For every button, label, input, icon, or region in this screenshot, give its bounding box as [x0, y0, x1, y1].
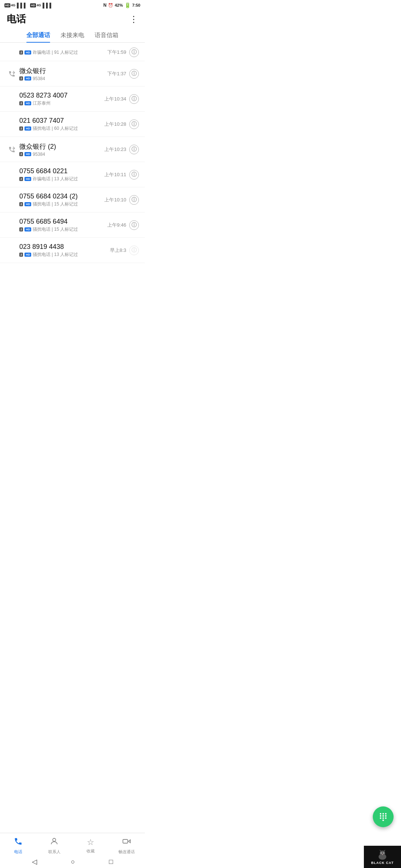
call-info-6: 0755 6684 0234 (2) 2 HD 骚扰电话 | 15 人标记过: [19, 193, 104, 207]
call-item-8[interactable]: 023 8919 4438 2 HD 骚扰电话 | 13 人标记过 早上8:3 …: [0, 238, 145, 263]
call-time-6: 上午10:10: [104, 197, 126, 203]
badge-num-7: 2: [19, 227, 23, 231]
call-time-2: 上午10:34: [104, 96, 126, 102]
badge-hd-1: HD: [25, 76, 31, 80]
call-sub-2: 2 HD 江苏泰州: [19, 100, 104, 106]
badge-hd-3: HD: [25, 126, 31, 131]
call-time-5: 上午10:11: [104, 171, 126, 178]
info-btn-4[interactable]: ⓘ: [129, 145, 139, 154]
call-time-3: 上午10:28: [104, 121, 126, 128]
hd1-badge: HD: [4, 3, 10, 7]
call-label-5: 诈骗电话 | 13 人标记过: [33, 176, 78, 182]
battery-icon: 🔋: [124, 2, 131, 8]
call-label-7: 骚扰电话 | 15 人标记过: [33, 226, 78, 233]
badge-num-5: 2: [19, 177, 23, 181]
outgoing-call-icon-4: [8, 146, 16, 153]
call-time-0: 下午1:59: [107, 49, 126, 56]
call-icon-area-1: [6, 70, 18, 78]
info-btn-8[interactable]: ⓘ: [129, 246, 139, 255]
tab-voicemail[interactable]: 语音信箱: [95, 32, 118, 42]
call-right-8: 早上8:3 ⓘ: [110, 246, 139, 255]
call-time-8: 早上8:3: [110, 247, 126, 254]
call-sub-6: 2 HD 骚扰电话 | 15 人标记过: [19, 201, 104, 207]
signal-bars-2: ▌▌▌: [43, 3, 53, 8]
badge-num-6: 2: [19, 202, 23, 206]
call-item-6[interactable]: 0755 6684 0234 (2) 2 HD 骚扰电话 | 15 人标记过 上…: [0, 187, 145, 213]
tab-missed-calls[interactable]: 未接来电: [61, 32, 84, 42]
call-info-0: 2 HD 诈骗电话 | 91 人标记过: [19, 49, 107, 56]
call-name-3: 021 6037 7407: [19, 117, 104, 125]
info-btn-0[interactable]: ⓘ: [129, 47, 139, 57]
badge-hd-6: HD: [25, 202, 31, 206]
call-right-1: 下午1:37 ⓘ: [107, 69, 139, 79]
call-sub-5: 2 HD 诈骗电话 | 13 人标记过: [19, 176, 104, 182]
call-info-7: 0755 6685 6494 2 HD 骚扰电话 | 15 人标记过: [19, 218, 107, 233]
call-label-1: 95384: [33, 76, 45, 81]
badge-num-1: 2: [19, 76, 23, 80]
call-name-1: 微众银行: [19, 66, 107, 75]
badge-hd-7: HD: [25, 227, 31, 231]
info-btn-6[interactable]: ⓘ: [129, 195, 139, 205]
call-sub-0: 2 HD 诈骗电话 | 91 人标记过: [19, 49, 107, 56]
call-right-2: 上午10:34 ⓘ: [104, 94, 139, 104]
badge-hd-0: HD: [25, 50, 31, 55]
more-options-button[interactable]: ⋮: [129, 14, 138, 24]
tabs-row: 全部通话 未接来电 语音信箱: [0, 29, 145, 43]
info-btn-5[interactable]: ⓘ: [129, 170, 139, 180]
call-right-0: 下午1:59 ⓘ: [107, 47, 139, 57]
call-info-5: 0755 6684 0221 2 HD 诈骗电话 | 13 人标记过: [19, 167, 104, 182]
time-display: 7:50: [132, 3, 140, 7]
tab-all-calls[interactable]: 全部通话: [26, 32, 50, 42]
call-sub-4: 2 HD 95384: [19, 152, 104, 157]
call-sub-3: 2 HD 骚扰电话 | 60 人标记过: [19, 125, 104, 132]
call-time-7: 上午9:46: [107, 222, 126, 228]
call-time-1: 下午1:37: [107, 70, 126, 77]
info-btn-2[interactable]: ⓘ: [129, 94, 139, 104]
info-btn-1[interactable]: ⓘ: [129, 69, 139, 79]
app-header: 电话 ⋮: [0, 10, 145, 29]
status-bar: HD 4G ▌▌▌ HD 4G ▌▌▌ N ⏰ 42% 🔋 7:50: [0, 0, 145, 10]
call-icon-area-4: [6, 146, 18, 153]
badge-hd-5: HD: [25, 177, 31, 181]
call-name-2: 0523 8273 4007: [19, 92, 104, 99]
call-item-4[interactable]: 微众银行 (2) 2 HD 95384 上午10:23 ⓘ: [0, 137, 145, 162]
call-right-4: 上午10:23 ⓘ: [104, 145, 139, 154]
badge-hd-2: HD: [25, 101, 31, 105]
call-info-2: 0523 8273 4007 2 HD 江苏泰州: [19, 92, 104, 106]
info-btn-3[interactable]: ⓘ: [129, 119, 139, 129]
call-item-2[interactable]: 0523 8273 4007 2 HD 江苏泰州 上午10:34 ⓘ: [0, 86, 145, 112]
call-list: 2 HD 诈骗电话 | 91 人标记过 下午1:59 ⓘ 微众银行 2 HD 9…: [0, 43, 145, 263]
call-item-5[interactable]: 0755 6684 0221 2 HD 诈骗电话 | 13 人标记过 上午10:…: [0, 162, 145, 187]
call-name-7: 0755 6685 6494: [19, 218, 107, 226]
hd2-badge: HD: [30, 3, 36, 7]
outgoing-call-icon-1: [8, 70, 16, 78]
call-item-0[interactable]: 2 HD 诈骗电话 | 91 人标记过 下午1:59 ⓘ: [0, 43, 145, 61]
call-sub-7: 2 HD 骚扰电话 | 15 人标记过: [19, 226, 107, 233]
call-name-4: 微众银行 (2): [19, 142, 104, 151]
call-right-7: 上午9:46 ⓘ: [107, 220, 139, 230]
call-label-8: 骚扰电话 | 13 人标记过: [33, 251, 78, 258]
call-name-5: 0755 6684 0221: [19, 167, 104, 175]
badge-num-2: 2: [19, 101, 23, 105]
call-label-2: 江苏泰州: [33, 100, 50, 106]
status-right: N ⏰ 42% 🔋 7:50: [103, 2, 140, 8]
badge-num-3: 2: [19, 126, 23, 131]
call-info-8: 023 8919 4438 2 HD 骚扰电话 | 13 人标记过: [19, 243, 110, 258]
call-item-3[interactable]: 021 6037 7407 2 HD 骚扰电话 | 60 人标记过 上午10:2…: [0, 112, 145, 137]
signal-bars-1: ▌▌▌: [17, 3, 27, 8]
info-btn-7[interactable]: ⓘ: [129, 220, 139, 230]
call-sub-1: 2 HD 95384: [19, 76, 107, 81]
call-time-4: 上午10:23: [104, 146, 126, 153]
call-sub-8: 2 HD 骚扰电话 | 13 人标记过: [19, 251, 110, 258]
call-item-1[interactable]: 微众银行 2 HD 95384 下午1:37 ⓘ: [0, 61, 145, 86]
badge-num-0: 2: [19, 50, 23, 55]
page-title: 电话: [7, 13, 26, 26]
status-left: HD 4G ▌▌▌ HD 4G ▌▌▌: [4, 3, 53, 8]
call-item-7[interactable]: 0755 6685 6494 2 HD 骚扰电话 | 15 人标记过 上午9:4…: [0, 213, 145, 238]
battery-text: 42%: [115, 3, 123, 7]
badge-num-8: 2: [19, 253, 23, 257]
call-label-4: 95384: [33, 152, 45, 157]
nfc-icon: N: [103, 3, 107, 8]
call-info-4: 微众银行 (2) 2 HD 95384: [19, 142, 104, 157]
signal-4g-2: 4G: [37, 3, 41, 7]
